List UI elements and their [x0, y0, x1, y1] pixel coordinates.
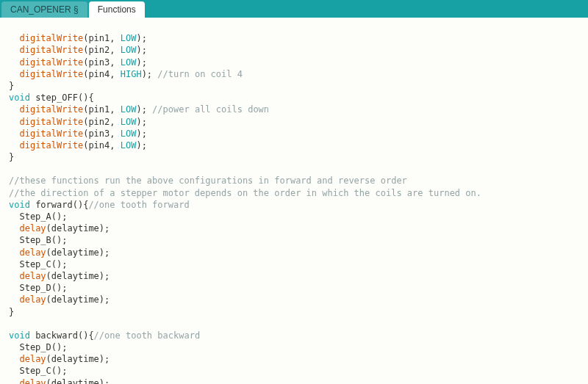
code-line: delay(delaytime);	[9, 223, 110, 233]
signature: backward(){	[30, 330, 94, 341]
code-line: digitalWrite(pin4, LOW);	[9, 140, 147, 151]
code-line: delay(delaytime);	[9, 378, 110, 384]
fn-call: digitalWrite	[19, 128, 83, 139]
fn-call: delay	[19, 247, 46, 258]
code-line: digitalWrite(pin1, LOW); //power all coi…	[9, 104, 269, 115]
args: (pin2,	[83, 117, 121, 127]
const: LOW	[121, 128, 137, 139]
tab-bar: CAN_OPENER § Functions	[0, 0, 588, 18]
comment: //power all coils down	[152, 104, 269, 115]
code-line: }	[9, 152, 14, 162]
const: HIGH	[121, 69, 142, 79]
comment: //turn on coil 4	[157, 69, 243, 79]
const: LOW	[121, 104, 137, 115]
const: LOW	[121, 57, 137, 68]
code-line: digitalWrite(pin3, LOW);	[9, 128, 147, 139]
fn-call: digitalWrite	[19, 57, 83, 68]
code-line: Step_C();	[9, 259, 67, 269]
fn-call: digitalWrite	[19, 140, 83, 151]
comment: //one tooth forward	[88, 200, 189, 210]
args: (delaytime);	[46, 223, 110, 233]
punct: );	[136, 140, 146, 151]
fn-call: digitalWrite	[19, 45, 83, 55]
keyword: void	[9, 200, 30, 210]
code-line: void backward(){//one tooth backward	[9, 330, 200, 341]
code-line: Step_A();	[9, 211, 67, 222]
keyword: void	[9, 93, 30, 103]
fn-call: digitalWrite	[19, 69, 83, 79]
args: (pin3,	[83, 57, 121, 68]
punct: );	[136, 104, 152, 115]
fn-call: delay	[19, 271, 46, 281]
punct: );	[142, 69, 158, 79]
args: (pin4,	[83, 140, 121, 151]
const: LOW	[121, 33, 137, 43]
code-editor[interactable]: digitalWrite(pin1, LOW); digitalWrite(pi…	[0, 18, 588, 384]
const: LOW	[121, 140, 137, 151]
args: (delaytime);	[46, 378, 110, 384]
punct: );	[136, 128, 146, 139]
comment: //these functions run the above configur…	[9, 175, 407, 186]
const: LOW	[121, 117, 137, 127]
code-line: delay(delaytime);	[9, 354, 110, 364]
fn-call: delay	[19, 378, 46, 384]
args: (pin1,	[83, 104, 121, 115]
signature: step_OFF(){	[30, 93, 94, 103]
punct: );	[136, 117, 146, 127]
punct: );	[136, 33, 146, 43]
code-line: void forward(){//one tooth forward	[9, 200, 190, 210]
tab-can-opener[interactable]: CAN_OPENER §	[1, 1, 87, 18]
punct: );	[136, 57, 146, 68]
code-line: delay(delaytime);	[9, 247, 110, 258]
code-line: delay(delaytime);	[9, 271, 110, 281]
code-line: digitalWrite(pin3, LOW);	[9, 57, 147, 68]
tab-functions[interactable]: Functions	[89, 1, 145, 18]
args: (pin3,	[83, 128, 121, 139]
signature: forward(){	[30, 200, 88, 210]
code-line: digitalWrite(pin2, LOW);	[9, 45, 147, 55]
fn-call: delay	[19, 294, 46, 305]
args: (delaytime);	[46, 247, 110, 258]
fn-call: delay	[19, 223, 46, 233]
keyword: void	[9, 330, 30, 341]
comment: //the direction of a stepper motor depen…	[9, 188, 481, 198]
code-line: digitalWrite(pin1, LOW);	[9, 33, 147, 43]
code-line: delay(delaytime);	[9, 294, 110, 305]
fn-call: digitalWrite	[19, 104, 83, 115]
args: (pin4,	[83, 69, 121, 79]
fn-call: digitalWrite	[19, 33, 83, 43]
comment: //one tooth backward	[94, 330, 201, 341]
code-line: Step_B();	[9, 235, 67, 245]
punct: );	[136, 45, 146, 55]
args: (pin2,	[83, 45, 121, 55]
code-line: digitalWrite(pin4, HIGH); //turn on coil…	[9, 69, 243, 79]
fn-call: digitalWrite	[19, 117, 83, 127]
args: (delaytime);	[46, 271, 110, 281]
args: (delaytime);	[46, 354, 110, 364]
code-line: void step_OFF(){	[9, 93, 94, 103]
args: (pin1,	[83, 33, 121, 43]
fn-call: delay	[19, 354, 46, 364]
args: (delaytime);	[46, 294, 110, 305]
code-line: Step_D();	[9, 283, 67, 293]
code-line: }	[9, 81, 14, 91]
const: LOW	[121, 45, 137, 55]
code-line: }	[9, 307, 14, 317]
code-line: Step_C();	[9, 366, 67, 376]
code-line: digitalWrite(pin2, LOW);	[9, 117, 147, 127]
code-line: Step_D();	[9, 342, 67, 352]
